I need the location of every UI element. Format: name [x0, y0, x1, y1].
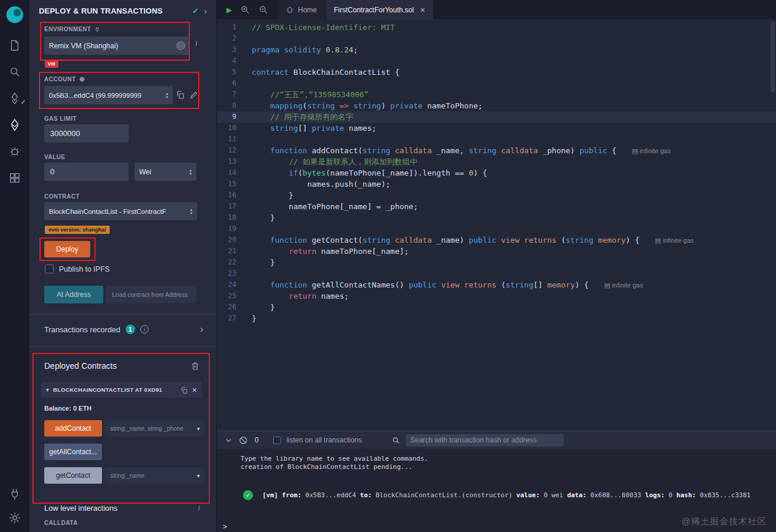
- zoom-in-icon[interactable]: [240, 5, 250, 15]
- environment-info-icon[interactable]: i: [195, 39, 198, 48]
- code-line[interactable]: 26 }: [217, 302, 776, 313]
- edit-account-icon[interactable]: [189, 90, 199, 100]
- contract-functions: addContact▾getAllContact...getContact▾: [44, 420, 204, 491]
- plugin-manager-icon[interactable]: [0, 164, 29, 191]
- expand-params-icon[interactable]: ▾: [197, 425, 200, 432]
- terminal-toolbar: 0 listen on all transactions: [217, 431, 776, 449]
- terminal-body[interactable]: Type the library name to see available c…: [217, 449, 776, 532]
- publish-ipfs-checkbox[interactable]: [45, 265, 54, 273]
- code-line[interactable]: 16 }: [217, 190, 776, 201]
- code-line[interactable]: 24 function getAllContactNames() public …: [217, 279, 776, 290]
- tab-file-label: FirstContractForYouth.sol: [334, 6, 414, 14]
- copy-account-icon[interactable]: [176, 90, 185, 100]
- code-line[interactable]: 20 function getContact(string calldata _…: [217, 234, 776, 246]
- line-number: 18: [217, 212, 252, 223]
- at-address-input[interactable]: [106, 286, 196, 303]
- zoom-out-icon[interactable]: [258, 5, 268, 15]
- line-number: 5: [217, 67, 252, 78]
- line-number: 26: [217, 302, 252, 313]
- code-line[interactable]: 27}: [217, 313, 776, 324]
- remove-instance-icon[interactable]: ×: [192, 386, 197, 394]
- terminal-expand-icon[interactable]: [224, 436, 233, 445]
- code-line[interactable]: 22 }: [217, 257, 776, 268]
- function-button-getcontact[interactable]: getContact: [44, 467, 102, 484]
- tab-firstcontractforyouth-sol[interactable]: FirstContractForYouth.sol ×: [325, 0, 434, 19]
- scrollbar-thumb[interactable]: [771, 22, 775, 92]
- function-button-addcontact[interactable]: addContact: [44, 420, 102, 437]
- code-line[interactable]: 13 // 如果是新联系人，则添加到数组中: [217, 156, 776, 167]
- function-row: addContact▾: [44, 420, 204, 437]
- line-number: 7: [217, 89, 252, 100]
- create-account-icon[interactable]: ⊕: [80, 75, 86, 83]
- pending-tx-count: 0: [255, 436, 259, 444]
- code-line[interactable]: 10 string[] private names;: [217, 123, 776, 134]
- tab-home[interactable]: Home: [278, 0, 325, 19]
- terminal-search-input[interactable]: [406, 434, 564, 447]
- close-tab-icon[interactable]: ×: [420, 5, 425, 15]
- transaction-log-row[interactable]: ✓ [vm] from: 0x5B3...eddC4 to: BlockChai…: [243, 490, 776, 500]
- code-line[interactable]: 6: [217, 78, 776, 89]
- deploy-button[interactable]: Deploy: [44, 241, 90, 257]
- transactions-recorded-row[interactable]: Transactions recorded 1 i ›: [44, 320, 203, 338]
- compile-success-badge: ✓: [21, 98, 26, 106]
- deployed-contracts-header: Deployed Contracts: [44, 358, 200, 374]
- gas-limit-input[interactable]: [44, 124, 129, 143]
- remix-logo-icon[interactable]: [5, 5, 25, 25]
- contract-instance-header[interactable]: ▾ BLOCKCHAINCONTACTLIST AT 0XD91 ×: [41, 382, 202, 398]
- code-line[interactable]: 5contract BlockChainContactList {: [217, 67, 776, 78]
- listen-all-transactions-checkbox[interactable]: [273, 437, 281, 444]
- function-params-input[interactable]: [104, 420, 204, 437]
- code-line[interactable]: 9 // 用于存储所有的名字: [217, 111, 776, 123]
- run-script-play-icon[interactable]: ▶: [226, 6, 232, 14]
- transactions-chevron-icon[interactable]: ›: [200, 323, 203, 335]
- code-line[interactable]: 23: [217, 268, 776, 279]
- settings-gear-icon[interactable]: [0, 506, 29, 530]
- line-number: 27: [217, 313, 252, 324]
- value-unit: Wei: [139, 168, 186, 176]
- select-stepper-icon: ▴▾: [166, 92, 168, 99]
- code-line[interactable]: 25 return names;: [217, 290, 776, 302]
- clear-console-icon[interactable]: [239, 436, 248, 445]
- code-line[interactable]: 21 return nameToPhone[_name];: [217, 246, 776, 257]
- instance-collapse-icon[interactable]: ▾: [46, 386, 49, 393]
- tab-bar: ▶ Home FirstContractForYouth.sol ×: [217, 0, 776, 19]
- editor-scrollbar[interactable]: [770, 19, 776, 431]
- expand-params-icon[interactable]: ▾: [197, 472, 200, 479]
- remixd-plug-icon[interactable]: [0, 483, 29, 506]
- vm-fork-icon[interactable]: [176, 41, 185, 50]
- panel-chevron-icon[interactable]: ›: [204, 6, 207, 16]
- function-params-input[interactable]: [104, 467, 204, 484]
- at-address-button[interactable]: At Address: [44, 286, 103, 303]
- value-unit-select[interactable]: Wei ▴▾: [134, 163, 196, 181]
- code-line[interactable]: 18 }: [217, 212, 776, 223]
- file-explorer-icon[interactable]: [0, 32, 29, 58]
- account-select[interactable]: 0x5B3...eddC4 (99.999999999 ▴▾: [44, 86, 173, 104]
- code-line[interactable]: 4: [217, 55, 776, 67]
- code-line[interactable]: 15 names.push(_name);: [217, 179, 776, 190]
- solidity-compiler-icon[interactable]: ✓: [0, 85, 29, 111]
- code-line[interactable]: 1// SPDX-License-Identifier: MIT: [217, 22, 776, 33]
- code-line[interactable]: 7 //“王五”,“13598534006”: [217, 89, 776, 100]
- debugger-icon[interactable]: [0, 138, 29, 164]
- transactions-info-icon[interactable]: i: [140, 325, 149, 333]
- code-line[interactable]: 17 nameToPhone[_name] = _phone;: [217, 201, 776, 212]
- value-input[interactable]: [44, 163, 129, 181]
- code-editor[interactable]: 1// SPDX-License-Identifier: MIT23pragma…: [217, 19, 776, 431]
- code-line[interactable]: 19: [217, 223, 776, 234]
- contract-select[interactable]: BlockChainContactList - FirstContractF ▴…: [44, 202, 197, 220]
- select-stepper-icon: ▴▾: [190, 208, 192, 215]
- deploy-run-icon[interactable]: [0, 111, 29, 138]
- code-line[interactable]: 8 mapping(string => string) private name…: [217, 100, 776, 111]
- code-line[interactable]: 12 function addContact(string calldata _…: [217, 145, 776, 156]
- environment-select[interactable]: Remix VM (Shanghai): [44, 37, 190, 55]
- function-params-field: ▾: [104, 467, 204, 484]
- code-line[interactable]: 2: [217, 33, 776, 44]
- clear-deployed-trash-icon[interactable]: [190, 361, 200, 371]
- code-line[interactable]: 14 if(bytes(nameToPhone[_name]).length =…: [217, 167, 776, 179]
- code-line[interactable]: 3pragma solidity 0.8.24;: [217, 44, 776, 55]
- low-level-info-icon[interactable]: i: [198, 504, 200, 513]
- copy-instance-address-icon[interactable]: [180, 386, 188, 394]
- function-button-getallcontact[interactable]: getAllContact...: [44, 444, 102, 460]
- search-icon[interactable]: [0, 58, 29, 85]
- code-line[interactable]: 11: [217, 134, 776, 145]
